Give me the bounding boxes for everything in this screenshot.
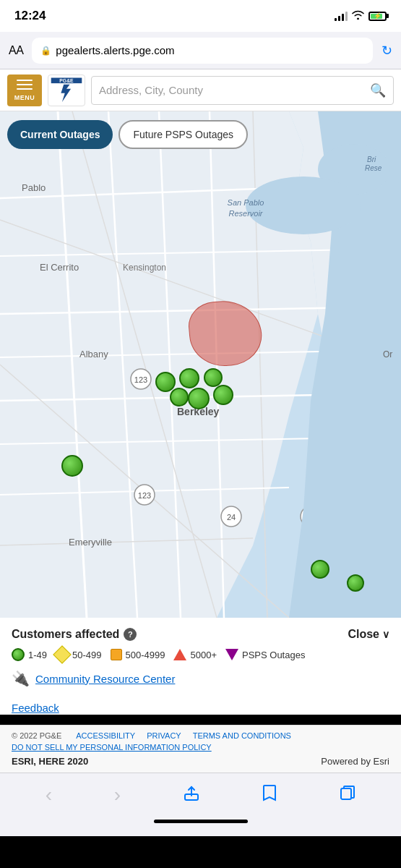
footer-esri-left: ESRI, HERE 2020	[12, 756, 88, 767]
legend-label-50-499: 50-499	[72, 650, 101, 660]
legend-label-psps: PSPS Outages	[242, 650, 305, 660]
share-button[interactable]	[174, 781, 209, 809]
plug-icon: 🔌	[12, 670, 30, 687]
outage-marker-green-8[interactable]	[311, 560, 329, 579]
customers-header: Customers affected ? Close ∨	[12, 628, 389, 641]
outage-marker-green-5[interactable]	[213, 385, 233, 405]
bottom-panel: Customers affected ? Close ∨ 1-49 50-499…	[0, 618, 401, 715]
browser-bottom-bar: ‹ ›	[0, 773, 401, 836]
signal-icon	[335, 11, 348, 21]
svg-text:Or: Or	[383, 349, 392, 359]
legend-item-500-4999: 500-4999	[111, 649, 165, 660]
legend-label-500-4999: 500-4999	[126, 650, 165, 660]
svg-text:El Cerrito: El Cerrito	[40, 262, 79, 273]
footer-link-privacy[interactable]: PRIVACY	[147, 731, 181, 740]
refresh-button[interactable]: ↻	[381, 43, 392, 59]
outage-marker-green-9[interactable]	[347, 574, 364, 592]
tabs-button[interactable]	[331, 782, 364, 808]
legend-label-1-49: 1-49	[28, 650, 47, 660]
map-controls: Current Outages Future PSPS Outages	[7, 120, 248, 149]
hamburger-icon	[17, 88, 33, 90]
search-bar[interactable]: Address, City, County 🔍	[91, 76, 394, 105]
footer-dnsmpi-link[interactable]: DO NOT SELL MY PERSONAL INFORMATION POLI…	[12, 743, 389, 752]
legend-dot-green	[12, 648, 25, 661]
customers-affected-label: Customers affected	[12, 628, 119, 641]
svg-text:123: 123	[134, 375, 147, 384]
status-time: 12:24	[14, 9, 46, 23]
svg-text:PG&E: PG&E	[59, 78, 74, 83]
bookmark-button[interactable]	[253, 781, 286, 809]
pge-logo: PG&E	[48, 75, 85, 106]
outage-marker-green-6[interactable]	[204, 368, 223, 387]
hamburger-icon	[17, 84, 33, 85]
outage-marker-green-7[interactable]	[170, 388, 189, 407]
footer-esri-row: ESRI, HERE 2020 Powered by Esri	[12, 756, 389, 767]
search-icon[interactable]: 🔍	[370, 82, 386, 98]
lock-icon: 🔒	[40, 46, 51, 56]
svg-text:Albany: Albany	[79, 349, 108, 359]
url-text: pgealerts.alerts.pge.com	[56, 44, 174, 56]
footer-links: ACCESSIBILITY PRIVACY TERMS AND CONDITIO…	[76, 731, 291, 740]
outage-marker-green-2[interactable]	[155, 372, 176, 392]
footer-link-terms[interactable]: TERMS AND CONDITIONS	[193, 731, 291, 740]
app-header: MENU PG&E Address, City, County 🔍	[0, 69, 401, 111]
svg-text:Reservoir: Reservoir	[228, 209, 263, 218]
legend-square-orange	[111, 649, 122, 660]
footer: © 2022 PG&E ACCESSIBILITY PRIVACY TERMS …	[0, 725, 401, 773]
browser-nav: ‹ ›	[0, 780, 401, 809]
close-button[interactable]: Close ∨	[348, 628, 389, 641]
status-bar: 12:24 ⚡	[0, 0, 401, 32]
back-button[interactable]: ‹	[37, 780, 61, 809]
svg-text:Bri: Bri	[367, 156, 376, 163]
legend-diamond-yellow	[53, 645, 71, 663]
legend-item-50-499: 50-499	[56, 648, 101, 661]
svg-text:San Pablo: San Pablo	[228, 198, 264, 207]
legend-triangle-red	[173, 649, 186, 660]
current-outages-button[interactable]: Current Outages	[7, 120, 113, 149]
forward-button[interactable]: ›	[105, 780, 129, 809]
footer-top: © 2022 PG&E ACCESSIBILITY PRIVACY TERMS …	[12, 731, 389, 740]
search-placeholder: Address, City, County	[99, 84, 364, 96]
svg-rect-48	[341, 788, 351, 799]
legend-item-psps: PSPS Outages	[225, 649, 305, 660]
map-background: 123 123 24 13 El Sobrante Pablo El Cerri…	[0, 111, 401, 618]
battery-icon: ⚡	[368, 12, 387, 21]
home-indicator	[154, 820, 248, 823]
status-icons: ⚡	[335, 10, 387, 22]
footer-link-accessibility[interactable]: ACCESSIBILITY	[76, 731, 135, 740]
legend-label-5000plus: 5000+	[190, 650, 217, 660]
url-bar[interactable]: 🔒 pgealerts.alerts.pge.com	[32, 38, 373, 64]
legend-item-5000plus: 5000+	[173, 649, 217, 660]
svg-text:123: 123	[138, 491, 151, 500]
legend-triangle-down-purple	[225, 649, 238, 660]
svg-text:Kensington: Kensington	[123, 263, 166, 273]
hamburger-icon	[17, 80, 33, 81]
svg-text:Rese: Rese	[365, 164, 382, 172]
info-icon[interactable]: ?	[124, 628, 137, 641]
browser-aa[interactable]: AA	[9, 44, 23, 57]
resource-center-row: 🔌 Community Resource Center	[12, 670, 389, 690]
menu-button[interactable]: MENU	[7, 75, 42, 106]
svg-text:Pablo: Pablo	[22, 182, 46, 193]
close-label: Close	[348, 628, 379, 641]
menu-label: MENU	[14, 94, 35, 101]
svg-text:24: 24	[227, 513, 236, 522]
outage-marker-green-1[interactable]	[61, 455, 83, 477]
svg-text:Emeryville: Emeryville	[69, 537, 112, 548]
future-psps-button[interactable]: Future PSPS Outages	[118, 120, 248, 149]
legend-item-1-49: 1-49	[12, 648, 47, 661]
footer-esri-right: Powered by Esri	[321, 756, 389, 767]
outage-marker-green-4[interactable]	[188, 388, 210, 409]
wifi-icon	[352, 10, 364, 22]
map-container[interactable]: 123 123 24 13 El Sobrante Pablo El Cerri…	[0, 111, 401, 618]
customers-title: Customers affected ?	[12, 628, 137, 641]
legend: 1-49 50-499 500-4999 5000+ PSPS Outages	[12, 648, 389, 661]
outage-marker-green-3[interactable]	[179, 368, 199, 388]
chevron-down-icon: ∨	[382, 629, 389, 640]
feedback-link[interactable]: Feedback	[12, 702, 59, 714]
feedback-row: Feedback	[12, 702, 389, 715]
community-resource-center-link[interactable]: Community Resource Center	[35, 673, 175, 685]
browser-bar: AA 🔒 pgealerts.alerts.pge.com ↻	[0, 32, 401, 69]
footer-copyright: © 2022 PG&E	[12, 731, 61, 740]
